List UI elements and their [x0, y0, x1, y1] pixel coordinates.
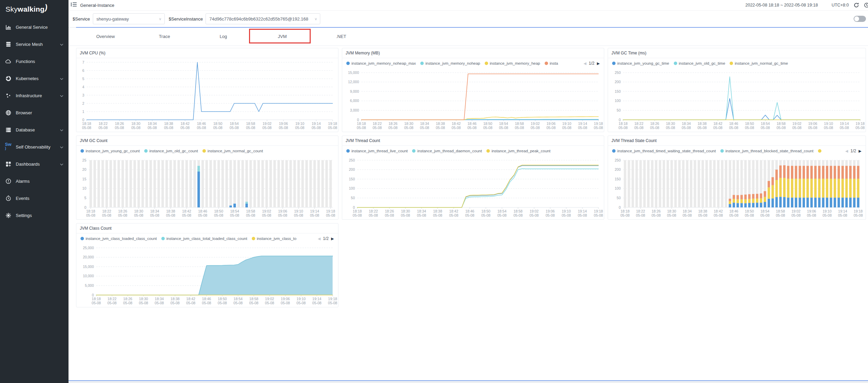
svg-text:18:38: 18:38 — [164, 122, 173, 126]
tab-log[interactable]: Log — [194, 28, 253, 46]
svg-text:19:02: 19:02 — [262, 209, 271, 213]
legend-label: instance_jvm_normal_gc_count — [208, 149, 263, 153]
svg-text:19:02: 19:02 — [531, 122, 540, 126]
tab-net[interactable]: .NET — [312, 28, 371, 46]
legend-label: instance_jvm_memory_noheap_max — [351, 61, 416, 65]
svg-text:05-08: 05-08 — [714, 213, 723, 217]
sidebar-item-browser[interactable]: Browser — [0, 104, 69, 121]
legend-item[interactable]: instance_jvm_young_gc_count — [80, 149, 140, 153]
sidebar-item-dashboards[interactable]: Dashboards — [0, 155, 69, 173]
alert-circle-icon — [5, 178, 11, 184]
sidebar-item-events[interactable]: Events — [0, 190, 69, 207]
tab-overview[interactable]: Overview — [76, 28, 135, 46]
chevron-left-icon[interactable]: ◀ — [845, 149, 848, 153]
sidebar-item-kubernetes[interactable]: Kubernetes — [0, 70, 69, 87]
stopwatch-icon — [5, 195, 11, 201]
sidebar-item-infrastructure[interactable]: Infrastructure — [0, 87, 69, 104]
time-range-picker[interactable]: 2022-05-08 18:18 ~ 2022-05-08 19:18 — [745, 3, 818, 8]
svg-text:05-08: 05-08 — [118, 213, 127, 217]
legend-dot — [346, 62, 350, 65]
legend-item[interactable]: instance_jvm_old_gc_count — [144, 149, 198, 153]
svg-text:18:18: 18:18 — [357, 122, 366, 126]
svg-text:05-08: 05-08 — [92, 301, 101, 305]
clock-icon[interactable] — [864, 2, 868, 8]
svg-text:18:38: 18:38 — [171, 297, 179, 301]
legend-dot — [486, 149, 490, 153]
svg-text:05-08: 05-08 — [198, 213, 207, 217]
sidebar-item-database[interactable]: Database — [0, 121, 69, 138]
legend-item[interactable]: insta — [545, 61, 558, 65]
svg-text:05-08: 05-08 — [155, 301, 164, 305]
svg-text:5: 5 — [84, 196, 86, 200]
svg-text:18:18: 18:18 — [92, 297, 101, 301]
chevron-down-icon — [60, 144, 63, 150]
legend-dot — [545, 62, 548, 65]
svg-text:18:54: 18:54 — [230, 122, 239, 126]
chart-title-jvm-gc-time: JVM GC Time (ms) — [608, 48, 866, 58]
sidebar-item-alarms[interactable]: Alarms — [0, 173, 69, 190]
legend-dot — [730, 62, 733, 65]
legend-item[interactable]: instance_jvm_old_gc_time — [674, 61, 726, 65]
svg-text:18:54: 18:54 — [497, 209, 506, 213]
chevron-right-icon[interactable]: ▶ — [859, 149, 861, 153]
service-select[interactable]: shenyu-gateway ∨ — [93, 13, 165, 24]
svg-text:05-08: 05-08 — [218, 301, 227, 305]
legend-item[interactable]: instance_jvm_memory_heap — [485, 61, 540, 65]
svg-text:5: 5 — [82, 77, 84, 81]
chevron-left-icon[interactable]: ◀ — [318, 237, 320, 241]
chevron-right-icon[interactable]: ▶ — [597, 61, 600, 66]
svg-text:18:54: 18:54 — [760, 209, 769, 213]
sidebar-item-self-observability[interactable]: Sw)Self Observability — [0, 138, 69, 155]
svg-text:19:10: 19:10 — [824, 122, 833, 126]
sidebar-item-functions[interactable]: Functions — [0, 53, 69, 70]
service-instance-select[interactable]: 74d96c778c694c6b9b6322c62d55b765@192.168… — [206, 13, 320, 24]
tab-jvm[interactable]: JVM — [253, 28, 312, 46]
legend-item[interactable]: instance_jvm_normal_gc_time — [730, 61, 788, 65]
menu-collapse-icon[interactable] — [71, 2, 77, 8]
legend-item[interactable]: instance_jvm_class_loaded_class_count — [80, 237, 157, 241]
sidebar-item-service-mesh[interactable]: Service Mesh — [0, 36, 69, 53]
legend-item[interactable]: instance_jvm_thread_timed_waiting_state_… — [612, 149, 716, 153]
legend-item[interactable]: instance_jvm_young_gc_time — [612, 61, 669, 65]
svg-text:19:18: 19:18 — [328, 122, 337, 126]
legend-dot — [818, 149, 821, 153]
legend-item[interactable]: instance_jvm_normal_gc_count — [202, 149, 263, 153]
grid-plus-icon — [5, 161, 11, 167]
legend-label: instance_jvm_normal_gc_time — [735, 61, 788, 65]
tab-trace[interactable]: Trace — [135, 28, 194, 46]
svg-text:19:06: 19:06 — [278, 209, 287, 213]
chart-legend: instance_jvm_young_gc_timeinstance_jvm_o… — [608, 58, 866, 68]
legend-label: instance_jvm_class_total_loaded_class_co… — [166, 237, 247, 241]
svg-text:05-08: 05-08 — [697, 126, 707, 130]
svg-text:05-08: 05-08 — [729, 126, 739, 130]
svg-text:05-08: 05-08 — [481, 213, 491, 217]
svg-text:18:18: 18:18 — [82, 122, 91, 126]
legend-item[interactable]: instance_jvm_memory_noheap_max — [346, 61, 416, 65]
refresh-icon[interactable] — [854, 2, 859, 8]
legend-label: instance_jvm_old_gc_time — [679, 61, 726, 65]
svg-text:19:06: 19:06 — [281, 297, 290, 301]
svg-text:0: 0 — [619, 205, 621, 209]
edit-mode-toggle[interactable] — [854, 16, 866, 22]
svg-text:18:50: 18:50 — [213, 122, 222, 126]
legend-item[interactable] — [818, 149, 823, 153]
chevron-left-icon[interactable]: ◀ — [583, 61, 586, 66]
legend-item[interactable]: instance_jvm_thread_live_count — [346, 149, 408, 153]
svg-text:18:42: 18:42 — [181, 122, 189, 126]
chevron-right-icon[interactable]: ▶ — [331, 237, 334, 241]
svg-text:0: 0 — [92, 293, 94, 297]
sidebar-item-settings[interactable]: Settings — [0, 207, 69, 224]
sidebar-item-label: Alarms — [16, 179, 29, 184]
legend-item[interactable]: instance_jvm_thread_blocked_state_thread… — [720, 149, 814, 153]
legend-item[interactable]: instance_jvm_memory_noheap — [420, 61, 480, 65]
cloud-icon — [5, 58, 11, 64]
legend-item[interactable]: instance_jvm_thread_peak_count — [486, 149, 550, 153]
svg-text:05-08: 05-08 — [82, 126, 91, 130]
legend-item[interactable]: instance_jvm_class_total_loaded_class_co… — [161, 237, 247, 241]
svg-text:2: 2 — [82, 101, 84, 105]
svg-text:05-08: 05-08 — [634, 126, 644, 130]
legend-item[interactable]: instance_jvm_thread_daemon_count — [412, 149, 482, 153]
sidebar-item-general-service[interactable]: General Service — [0, 18, 69, 36]
legend-item[interactable]: instance_jvm_class_to — [252, 237, 297, 241]
legend-dot — [80, 149, 84, 153]
